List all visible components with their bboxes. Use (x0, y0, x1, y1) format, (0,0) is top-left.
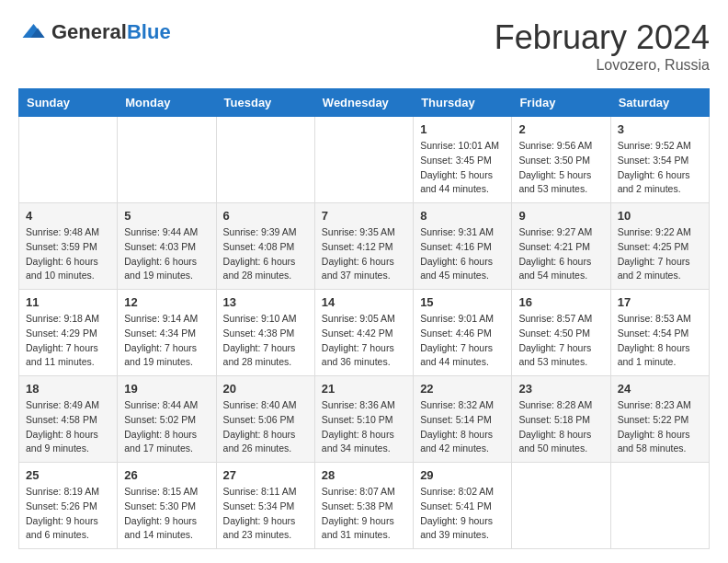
day-info: Sunrise: 8:32 AMSunset: 5:14 PMDaylight:… (420, 398, 505, 456)
day-info: Sunrise: 9:18 AMSunset: 4:29 PMDaylight:… (26, 312, 110, 370)
day-info: Sunrise: 9:35 AMSunset: 4:12 PMDaylight:… (322, 225, 406, 283)
logo-blue: Blue (127, 20, 171, 43)
logo-general: General (51, 20, 127, 43)
calendar-cell: 16Sunrise: 8:57 AMSunset: 4:50 PMDayligh… (512, 290, 610, 376)
day-number: 11 (26, 295, 110, 309)
calendar-cell: 3Sunrise: 9:52 AMSunset: 3:54 PMDaylight… (610, 117, 709, 203)
title-area: February 2024 Lovozero, Russia (495, 18, 710, 74)
weekday-header-cell: Thursday (414, 89, 512, 117)
calendar-cell: 13Sunrise: 9:10 AMSunset: 4:38 PMDayligh… (216, 290, 314, 376)
calendar-cell (314, 117, 413, 203)
day-info: Sunrise: 8:23 AMSunset: 5:22 PMDaylight:… (618, 398, 702, 456)
calendar-cell: 8Sunrise: 9:31 AMSunset: 4:16 PMDaylight… (414, 203, 512, 290)
day-info: Sunrise: 9:05 AMSunset: 4:42 PMDaylight:… (322, 312, 406, 370)
day-info: Sunrise: 8:07 AMSunset: 5:38 PMDaylight:… (322, 485, 406, 543)
calendar-table: SundayMondayTuesdayWednesdayThursdayFrid… (18, 88, 710, 549)
calendar-cell: 26Sunrise: 8:15 AMSunset: 5:30 PMDayligh… (118, 463, 216, 549)
calendar-cell (118, 117, 216, 203)
calendar-cell: 6Sunrise: 9:39 AMSunset: 4:08 PMDaylight… (216, 203, 314, 290)
day-info: Sunrise: 9:14 AMSunset: 4:34 PMDaylight:… (124, 312, 209, 370)
calendar-cell: 19Sunrise: 8:44 AMSunset: 5:02 PMDayligh… (118, 376, 216, 463)
weekday-header-cell: Friday (512, 89, 610, 117)
day-number: 21 (322, 382, 406, 396)
calendar-cell: 14Sunrise: 9:05 AMSunset: 4:42 PMDayligh… (314, 290, 413, 376)
calendar-cell: 25Sunrise: 8:19 AMSunset: 5:26 PMDayligh… (19, 463, 118, 549)
calendar-cell: 17Sunrise: 8:53 AMSunset: 4:54 PMDayligh… (610, 290, 709, 376)
day-info: Sunrise: 9:48 AMSunset: 3:59 PMDaylight:… (26, 225, 110, 283)
day-number: 4 (26, 209, 110, 223)
calendar-cell: 2Sunrise: 9:56 AMSunset: 3:50 PMDaylight… (512, 117, 610, 203)
month-title: February 2024 (495, 18, 710, 57)
day-info: Sunrise: 8:15 AMSunset: 5:30 PMDaylight:… (124, 485, 209, 543)
weekday-header-cell: Monday (118, 89, 216, 117)
day-info: Sunrise: 8:44 AMSunset: 5:02 PMDaylight:… (124, 398, 209, 456)
calendar-cell: 27Sunrise: 8:11 AMSunset: 5:34 PMDayligh… (216, 463, 314, 549)
calendar-week-row: 4Sunrise: 9:48 AMSunset: 3:59 PMDaylight… (19, 203, 710, 290)
day-info: Sunrise: 9:27 AMSunset: 4:21 PMDaylight:… (518, 225, 603, 283)
logo-text: GeneralBlue (51, 21, 171, 43)
calendar-cell: 23Sunrise: 8:28 AMSunset: 5:18 PMDayligh… (512, 376, 610, 463)
day-number: 8 (420, 209, 505, 223)
day-number: 3 (618, 122, 702, 136)
day-number: 27 (223, 468, 308, 482)
day-info: Sunrise: 9:56 AMSunset: 3:50 PMDaylight:… (518, 139, 603, 197)
day-number: 22 (420, 382, 505, 396)
day-number: 20 (223, 382, 308, 396)
calendar-cell: 4Sunrise: 9:48 AMSunset: 3:59 PMDaylight… (19, 203, 118, 290)
day-info: Sunrise: 10:01 AMSunset: 3:45 PMDaylight… (420, 139, 505, 197)
day-info: Sunrise: 8:53 AMSunset: 4:54 PMDaylight:… (618, 312, 702, 370)
page-header: GeneralBlue February 2024 Lovozero, Russ… (18, 18, 710, 74)
calendar-week-row: 1Sunrise: 10:01 AMSunset: 3:45 PMDayligh… (19, 117, 710, 203)
calendar-body: 1Sunrise: 10:01 AMSunset: 3:45 PMDayligh… (19, 117, 710, 549)
day-number: 6 (223, 209, 308, 223)
day-number: 26 (124, 468, 209, 482)
calendar-week-row: 18Sunrise: 8:49 AMSunset: 4:58 PMDayligh… (19, 376, 710, 463)
calendar-cell: 11Sunrise: 9:18 AMSunset: 4:29 PMDayligh… (19, 290, 118, 376)
calendar-cell: 9Sunrise: 9:27 AMSunset: 4:21 PMDaylight… (512, 203, 610, 290)
day-info: Sunrise: 9:01 AMSunset: 4:46 PMDaylight:… (420, 312, 505, 370)
weekday-header-cell: Saturday (610, 89, 709, 117)
day-info: Sunrise: 8:02 AMSunset: 5:41 PMDaylight:… (420, 485, 505, 543)
day-info: Sunrise: 8:11 AMSunset: 5:34 PMDaylight:… (223, 485, 308, 543)
day-info: Sunrise: 9:31 AMSunset: 4:16 PMDaylight:… (420, 225, 505, 283)
calendar-cell: 1Sunrise: 10:01 AMSunset: 3:45 PMDayligh… (414, 117, 512, 203)
day-info: Sunrise: 9:52 AMSunset: 3:54 PMDaylight:… (618, 139, 702, 197)
day-number: 19 (124, 382, 209, 396)
calendar-cell (610, 463, 709, 549)
calendar-cell (216, 117, 314, 203)
day-info: Sunrise: 8:19 AMSunset: 5:26 PMDaylight:… (26, 485, 110, 543)
calendar-cell (512, 463, 610, 549)
day-number: 7 (322, 209, 406, 223)
weekday-header-cell: Wednesday (314, 89, 413, 117)
calendar-cell: 7Sunrise: 9:35 AMSunset: 4:12 PMDaylight… (314, 203, 413, 290)
calendar-cell: 15Sunrise: 9:01 AMSunset: 4:46 PMDayligh… (414, 290, 512, 376)
day-number: 23 (518, 382, 603, 396)
calendar-week-row: 11Sunrise: 9:18 AMSunset: 4:29 PMDayligh… (19, 290, 710, 376)
calendar-cell: 5Sunrise: 9:44 AMSunset: 4:03 PMDaylight… (118, 203, 216, 290)
day-number: 12 (124, 295, 209, 309)
calendar-cell: 28Sunrise: 8:07 AMSunset: 5:38 PMDayligh… (314, 463, 413, 549)
day-number: 13 (223, 295, 308, 309)
weekday-header-row: SundayMondayTuesdayWednesdayThursdayFrid… (19, 89, 710, 117)
day-number: 17 (618, 295, 702, 309)
calendar-cell: 24Sunrise: 8:23 AMSunset: 5:22 PMDayligh… (610, 376, 709, 463)
day-info: Sunrise: 8:40 AMSunset: 5:06 PMDaylight:… (223, 398, 308, 456)
day-number: 16 (518, 295, 603, 309)
calendar-cell: 22Sunrise: 8:32 AMSunset: 5:14 PMDayligh… (414, 376, 512, 463)
calendar-cell: 18Sunrise: 8:49 AMSunset: 4:58 PMDayligh… (19, 376, 118, 463)
logo: GeneralBlue (18, 18, 171, 46)
day-number: 15 (420, 295, 505, 309)
day-number: 29 (420, 468, 505, 482)
weekday-header-cell: Sunday (19, 89, 118, 117)
day-number: 9 (518, 209, 603, 223)
calendar-cell: 20Sunrise: 8:40 AMSunset: 5:06 PMDayligh… (216, 376, 314, 463)
day-number: 14 (322, 295, 406, 309)
calendar-cell: 21Sunrise: 8:36 AMSunset: 5:10 PMDayligh… (314, 376, 413, 463)
calendar-cell: 29Sunrise: 8:02 AMSunset: 5:41 PMDayligh… (414, 463, 512, 549)
day-number: 5 (124, 209, 209, 223)
logo-icon (18, 18, 46, 46)
day-number: 1 (420, 122, 505, 136)
day-info: Sunrise: 9:39 AMSunset: 4:08 PMDaylight:… (223, 225, 308, 283)
day-info: Sunrise: 8:57 AMSunset: 4:50 PMDaylight:… (518, 312, 603, 370)
day-info: Sunrise: 9:22 AMSunset: 4:25 PMDaylight:… (618, 225, 702, 283)
